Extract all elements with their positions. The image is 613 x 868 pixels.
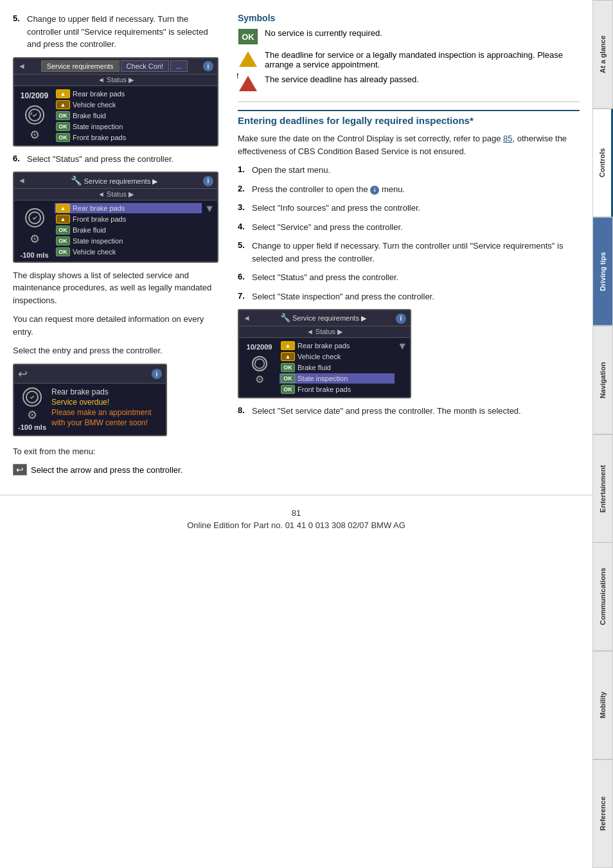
item-text-h2: Brake fluid xyxy=(73,226,106,234)
page-footer: 81 Online Edition for Part no. 01 41 0 0… xyxy=(0,495,592,543)
service-icon-3 xyxy=(252,356,267,371)
item-text-0: Rear brake pads xyxy=(73,90,125,98)
badge-ok-h4: OK xyxy=(56,247,70,256)
right-step-8: 8. Select "Set service date" and press t… xyxy=(238,405,580,418)
warn-triangle-icon: ! xyxy=(238,50,258,67)
ok-box: OK xyxy=(238,29,258,44)
item-text-2: Brake fluid xyxy=(73,112,106,120)
display-item-h1: ▲ Front brake pads xyxy=(55,214,202,224)
display-item-3-3: OK State inspection xyxy=(280,373,395,384)
page-ref-link[interactable]: 85 xyxy=(503,134,512,143)
back-text: Select the arrow and press the controlle… xyxy=(31,465,182,475)
display-mockup-2: ◄ 🔧 Service requirements ▶ i ◄ Status ▶ … xyxy=(13,172,218,263)
sidebar-tab-reference[interactable]: Reference xyxy=(592,759,613,868)
item-text-3-3: State inspection xyxy=(298,375,348,382)
badge-ok-3: OK xyxy=(56,122,70,131)
display-left-panel-3: 10/2009 ⚙ xyxy=(242,341,277,394)
back-icon-detail: ↩ xyxy=(18,367,28,381)
info-icon-detail: i xyxy=(152,368,162,380)
item-text-h1: Front brake pads xyxy=(73,215,126,223)
right-step-7-text: Select "State inspection" and press the … xyxy=(252,290,434,303)
service-icon-2 xyxy=(25,208,44,227)
item-text-h4: Vehicle check xyxy=(73,248,116,256)
badge-warn-h1: ▲ xyxy=(56,215,70,224)
sidebar-tab-communications[interactable]: Communications xyxy=(592,542,613,651)
step-5-number: 5. xyxy=(13,13,23,51)
display-header-title-2: 🔧 Service requirements ▶ xyxy=(71,175,157,186)
display-header-1: ◄ Service requirements Check Con! ... i xyxy=(14,58,217,75)
display-desc-3: Select the entry and press the controlle… xyxy=(13,344,218,357)
right-step-1-num: 1. xyxy=(238,164,248,177)
detail-text-area: Rear brake pads Service overdue! Please … xyxy=(51,387,162,429)
right-step-2: 2. Press the controller to open the i me… xyxy=(238,183,580,196)
display-item-h2: OK Brake fluid xyxy=(55,225,202,235)
main-content: 5. Change to upper field if necessary. T… xyxy=(0,0,592,488)
item-text-3: State inspection xyxy=(73,123,123,130)
detail-line-2: Please make an appointment xyxy=(51,408,162,417)
right-step-2-text: Press the controller to open the i menu. xyxy=(252,183,405,196)
sidebar-tab-entertainment[interactable]: Entertainment xyxy=(592,434,613,543)
right-step-1-text: Open the start menu. xyxy=(252,164,330,177)
overdue-triangle-icon: ! xyxy=(238,75,258,91)
item-text-3-4: Front brake pads xyxy=(298,385,351,393)
display-body-1: 10/2009 ⚙ ▲ xyxy=(14,86,217,145)
right-step-6-num: 6. xyxy=(238,271,248,284)
display-sub-3: ◄ Status ▶ xyxy=(239,326,410,338)
sidebar-tab-controls[interactable]: Controls xyxy=(592,109,613,217)
badge-3-3: OK xyxy=(281,374,295,383)
sidebar-tab-at-a-glance[interactable]: At a glance xyxy=(592,0,613,109)
detail-line-0: Rear brake pads xyxy=(51,387,162,396)
display-left-panel-2: ⚙ -100 mls xyxy=(17,203,52,259)
symbol3-text: The service deadline has already passed. xyxy=(265,75,419,84)
sidebar-tab-navigation[interactable]: Navigation xyxy=(592,326,613,434)
display-header-3: ◄ 🔧 Service requirements ▶ i xyxy=(239,310,410,326)
back-arrow-icon: ↩ xyxy=(13,464,27,475)
display-desc-1: The display shows a list of selected ser… xyxy=(13,269,218,307)
item-text-3-1: Vehicle check xyxy=(298,353,341,360)
symbol2-text: The deadline for service or a legally ma… xyxy=(265,50,580,69)
right-step-7-num: 7. xyxy=(238,290,248,303)
badge-3-4: OK xyxy=(281,385,295,394)
right-step-2-num: 2. xyxy=(238,183,248,196)
display-item-2: OK Brake fluid xyxy=(55,111,215,121)
badge-3-1: ▲ xyxy=(281,352,295,361)
detail-body: ⚙ -100 mls Rear brake pads Service overd… xyxy=(14,384,166,435)
display-item-h0: ▲ Rear brake pads xyxy=(55,203,202,213)
detail-service-icon xyxy=(22,387,42,407)
detail-mls: -100 mls xyxy=(18,423,46,431)
badge-3-0: ▲ xyxy=(281,341,295,350)
display-sub-2: ◄ Status ▶ xyxy=(14,189,217,200)
sidebar-tab-driving-tips[interactable]: Driving tips xyxy=(592,217,613,326)
step-6-text: Select "Status" and press the controller… xyxy=(27,153,173,166)
display-item-0: ▲ Rear brake pads xyxy=(55,89,215,99)
badge-ok-h3: OK xyxy=(56,236,70,245)
badge-warn-0: ▲ xyxy=(56,89,70,98)
display-date-3: 10/2009 xyxy=(247,343,272,351)
sidebar-tab-mobility[interactable]: Mobility xyxy=(592,651,613,759)
display-item-h4: OK Vehicle check xyxy=(55,247,202,257)
back-section: To exit from the menu: ↩ Select the arro… xyxy=(13,445,218,476)
right-step-6-text: Select "Status" and press the controller… xyxy=(252,271,398,284)
detail-icon-area: ⚙ -100 mls xyxy=(18,387,46,431)
detail-line-3: with your BMW center soon! xyxy=(51,418,162,427)
display-item-3-2: OK Brake fluid xyxy=(280,362,395,373)
item-text-1: Vehicle check xyxy=(73,101,116,109)
badge-ok-4: OK xyxy=(56,133,70,142)
item-text-4: Front brake pads xyxy=(73,134,126,141)
page-number: 81 xyxy=(13,508,580,518)
detail-display: ↩ i ⚙ -100 mls Rear brake pads xyxy=(13,364,167,436)
left-column: 5. Change to upper field if necessary. T… xyxy=(13,13,231,475)
back-label: To exit from the menu: xyxy=(13,445,218,458)
mls-text-2: -100 mls xyxy=(20,251,48,259)
symbol-row-ok: OK No service is currently required. xyxy=(238,28,580,45)
scrollbar-2: ▼ xyxy=(204,203,215,259)
item-text-3-0: Rear brake pads xyxy=(298,342,350,350)
display-tabs-1: Service requirements Check Con! ... xyxy=(41,60,188,72)
right-column: Symbols OK No service is currently requi… xyxy=(231,13,580,475)
symbol-row-warn: ! The deadline for service or a legally … xyxy=(238,50,580,69)
right-step-6: 6. Select "Status" and press the control… xyxy=(238,271,580,284)
right-step-1: 1. Open the start menu. xyxy=(238,164,580,177)
step-6: 6. Select "Status" and press the control… xyxy=(13,153,218,166)
display-item-h3: OK State inspection xyxy=(55,236,202,246)
display-item-4: OK Front brake pads xyxy=(55,132,215,143)
